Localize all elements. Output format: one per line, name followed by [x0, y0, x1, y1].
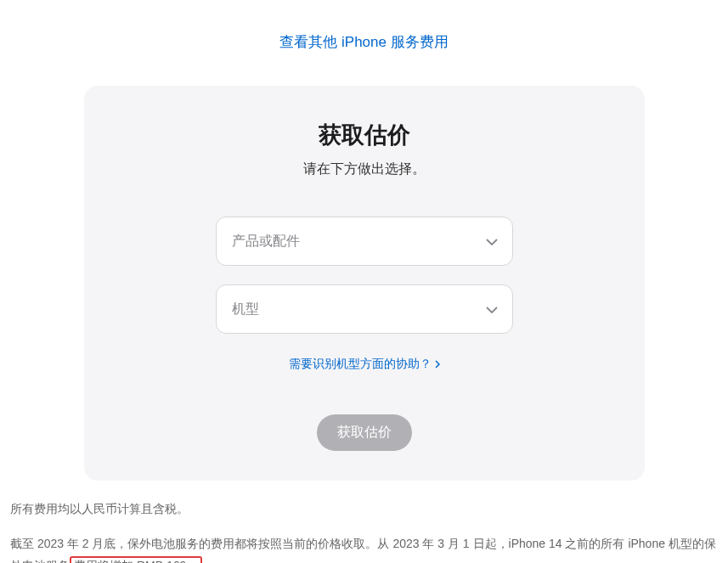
help-link-text: 需要识别机型方面的协助？	[289, 357, 432, 372]
product-select-wrap: 产品或配件	[216, 217, 513, 266]
chevron-right-icon	[435, 358, 440, 371]
footer-notes: 所有费用均以人民币计算且含税。 截至 2023 年 2 月底，保外电池服务的费用…	[0, 481, 728, 563]
model-select-placeholder: 机型	[232, 301, 259, 318]
card-title: 获取估价	[110, 120, 619, 150]
top-link-container: 查看其他 iPhone 服务费用	[0, 0, 728, 60]
model-select-wrap: 机型	[216, 284, 513, 334]
product-select[interactable]: 产品或配件	[216, 217, 513, 266]
model-select[interactable]: 机型	[216, 284, 513, 334]
footer-line-1: 所有费用均以人民币计算且含税。	[10, 498, 718, 521]
other-services-link[interactable]: 查看其他 iPhone 服务费用	[279, 34, 448, 50]
footer-line-2-part2: 务	[58, 559, 70, 563]
get-estimate-button[interactable]: 获取估价	[317, 414, 412, 451]
submit-row: 获取估价	[110, 414, 619, 451]
footer-line-2: 截至 2023 年 2 月底，保外电池服务的费用都将按照当前的价格收取。从 20…	[10, 532, 718, 563]
price-increase-highlight: 费用将增加 RMB 169。	[70, 556, 202, 563]
estimate-card: 获取估价 请在下方做出选择。 产品或配件 机型 需要识别机型方面的协助？ 获取估…	[84, 86, 645, 481]
card-subtitle: 请在下方做出选择。	[110, 160, 619, 178]
identify-model-help-link[interactable]: 需要识别机型方面的协助？	[289, 357, 440, 372]
product-select-placeholder: 产品或配件	[232, 233, 300, 251]
